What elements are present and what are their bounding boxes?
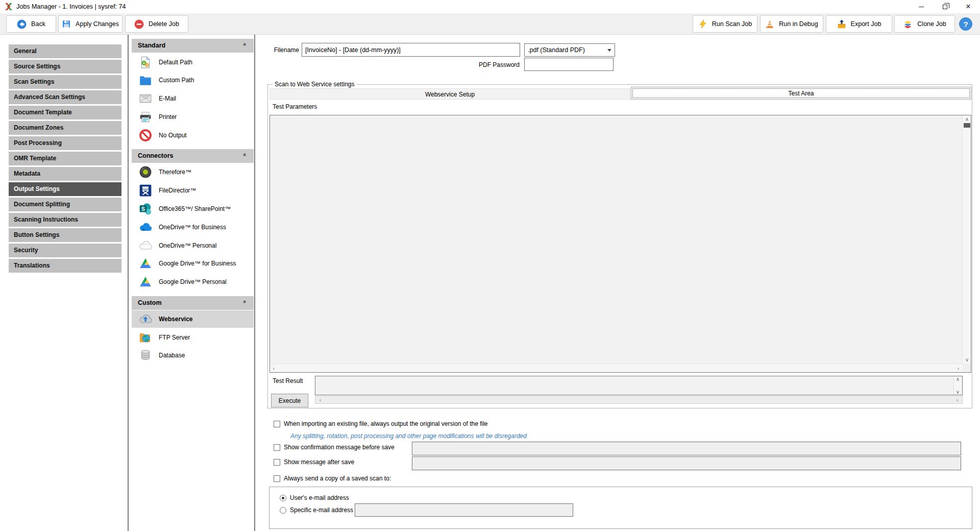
google-drive-icon <box>139 275 152 288</box>
output-item-filedirector[interactable]: FileDirector™ <box>132 182 254 199</box>
sidebar-item-omr-template[interactable]: OMR Template <box>9 152 121 165</box>
sidebar-item-post-processing[interactable]: Post Processing <box>9 136 121 150</box>
close-button[interactable]: × <box>957 0 980 13</box>
radio-specific-email[interactable]: Specific e-mail address <box>280 506 353 514</box>
help-button[interactable]: ? <box>959 17 972 31</box>
radio-icon[interactable] <box>280 507 286 514</box>
output-item-gdrive-personal[interactable]: Google Drive™ Personal <box>132 273 254 291</box>
restore-button[interactable] <box>933 0 957 13</box>
scrollbar-thumb[interactable] <box>964 123 970 128</box>
onedrive-gray-icon <box>139 239 152 252</box>
output-item-label: Office365™/ SharePoint™ <box>159 205 231 212</box>
output-item-no-output[interactable]: No Output <box>132 127 254 144</box>
option-confirm-before-save[interactable]: Show confirmation message before save <box>274 443 395 451</box>
scroll-left-icon[interactable]: ‹ <box>316 396 324 404</box>
export-job-label: Export Job <box>851 20 881 28</box>
output-item-printer[interactable]: Printer <box>132 108 254 126</box>
output-item-label: OneDrive™ for Business <box>159 224 226 231</box>
scroll-right-icon[interactable]: › <box>954 365 962 372</box>
output-item-webservice[interactable]: Webservice <box>132 310 254 328</box>
scroll-right-icon[interactable]: › <box>953 396 961 404</box>
radio-selected-icon[interactable] <box>280 495 286 501</box>
titlebar: Jobs Manager - 1. Invoices | sysref: 74 … <box>0 0 980 13</box>
horizontal-scrollbar[interactable]: ‹ › <box>315 396 963 404</box>
checkbox-icon[interactable] <box>274 421 280 427</box>
output-item-onedrive-personal[interactable]: OneDrive™ Personal <box>132 237 254 254</box>
export-box-icon <box>837 19 846 29</box>
radio-label: User's e-mail address <box>290 494 349 501</box>
radio-user-email[interactable]: User's e-mail address <box>280 494 349 502</box>
output-item-default-path[interactable]: Default Path <box>132 54 254 71</box>
option-import-original[interactable]: When importing an existing file, always … <box>274 420 488 428</box>
export-job-button[interactable]: Export Job <box>826 15 892 33</box>
test-result-area[interactable]: ∧ ∨ <box>315 376 963 395</box>
section-header-standard[interactable]: Standard « <box>132 39 254 53</box>
horizontal-scrollbar[interactable]: ‹ › <box>270 364 962 372</box>
output-item-database[interactable]: Database <box>132 347 254 364</box>
traffic-cone-icon <box>765 19 774 29</box>
filedirector-icon <box>139 184 152 197</box>
option-send-copy[interactable]: Always send a copy of a saved scan to: <box>274 474 391 482</box>
sidebar-item-scan-settings[interactable]: Scan Settings <box>9 75 121 89</box>
confirm-message-input[interactable] <box>412 442 961 455</box>
settings-sidebar: General Source Settings Scan Settings Ad… <box>0 35 128 531</box>
execute-button[interactable]: Execute <box>271 394 308 407</box>
sidebar-item-general[interactable]: General <box>9 44 121 58</box>
folder-icon <box>139 74 152 87</box>
sidebar-item-metadata[interactable]: Metadata <box>9 167 121 181</box>
clone-job-button[interactable]: Clone Job <box>894 15 955 33</box>
apply-changes-button[interactable]: Apply Changes <box>58 15 122 33</box>
sidebar-item-output-settings[interactable]: Output Settings <box>9 182 121 196</box>
tab-test-area[interactable]: Test Area <box>631 87 971 100</box>
after-save-message-input[interactable] <box>412 456 961 470</box>
run-scan-job-button[interactable]: Run Scan Job <box>693 15 757 33</box>
test-parameters-area[interactable]: ∧ ∨ ‹ › <box>270 115 971 373</box>
delete-job-button[interactable]: Delete Job <box>125 15 188 33</box>
clone-job-label: Clone Job <box>917 20 946 28</box>
section-header-connectors[interactable]: Connectors « <box>132 149 254 163</box>
output-item-custom-path[interactable]: Custom Path <box>132 71 254 89</box>
sidebar-item-scanning-instructions[interactable]: Scanning Instructions <box>9 213 121 227</box>
scroll-down-icon[interactable]: ∨ <box>954 388 962 396</box>
scroll-left-icon[interactable]: ‹ <box>270 365 278 372</box>
scroll-up-icon[interactable]: ∧ <box>963 115 971 123</box>
output-item-therefore[interactable]: Therefore™ <box>132 163 254 181</box>
sidebar-item-source-settings[interactable]: Source Settings <box>9 60 121 74</box>
format-select[interactable]: .pdf (Standard PDF) <box>524 43 615 57</box>
sidebar-item-button-settings[interactable]: Button Settings <box>9 228 121 242</box>
sidebar-item-document-template[interactable]: Document Template <box>9 106 121 119</box>
checkbox-icon[interactable] <box>274 475 280 482</box>
output-item-label: Database <box>159 352 185 359</box>
output-item-ftp-server[interactable]: FTP Server <box>132 329 254 346</box>
svg-text:S: S <box>141 206 145 212</box>
section-header-custom[interactable]: Custom « <box>132 296 254 310</box>
back-button[interactable]: Back <box>6 15 56 33</box>
envelope-icon <box>139 92 152 105</box>
output-item-onedrive-business[interactable]: OneDrive™ for Business <box>132 219 254 236</box>
printer-icon <box>139 110 152 124</box>
vertical-scrollbar[interactable]: ∧ ∨ <box>953 376 962 395</box>
scroll-up-icon[interactable]: ∧ <box>954 375 962 383</box>
output-item-gdrive-business[interactable]: Google Drive™ for Business <box>132 255 254 272</box>
output-item-sharepoint[interactable]: S Office365™/ SharePoint™ <box>132 200 254 218</box>
scroll-down-icon[interactable]: ∨ <box>963 356 971 364</box>
checkbox-icon[interactable] <box>274 444 280 451</box>
minimize-button[interactable] <box>910 0 933 13</box>
checkbox-icon[interactable] <box>274 459 280 466</box>
tab-webservice-setup[interactable]: Webservice Setup <box>270 88 630 100</box>
sidebar-item-advanced-scan-settings[interactable]: Advanced Scan Settings <box>9 90 121 104</box>
option-message-after-save[interactable]: Show message after save <box>274 458 354 466</box>
pdf-password-input[interactable] <box>524 58 614 71</box>
output-item-email[interactable]: E-Mail <box>132 90 254 107</box>
run-in-debug-button[interactable]: Run in Debug <box>760 15 823 33</box>
sidebar-item-security[interactable]: Security <box>9 244 121 257</box>
sidebar-item-document-zones[interactable]: Document Zones <box>9 121 121 135</box>
filename-input[interactable] <box>302 43 520 57</box>
therefore-icon <box>139 165 152 179</box>
vertical-scrollbar[interactable]: ∧ ∨ <box>962 115 971 364</box>
sidebar-item-document-splitting[interactable]: Document Splitting <box>9 198 121 211</box>
specific-email-input[interactable] <box>355 503 573 517</box>
output-item-label: FileDirector™ <box>159 187 196 194</box>
toolbar: Back Apply Changes Delete Job <box>0 13 980 35</box>
sidebar-item-translations[interactable]: Translations <box>9 259 121 273</box>
